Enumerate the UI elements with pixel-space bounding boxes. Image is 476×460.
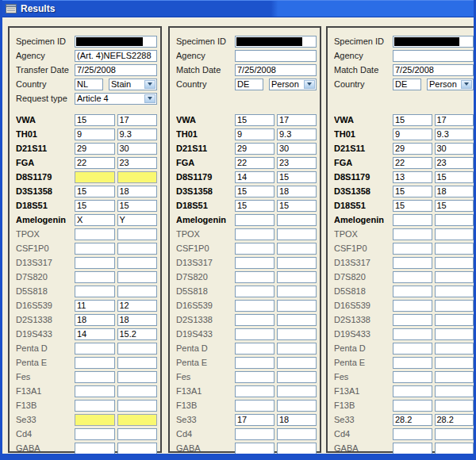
allele-input-2[interactable]: 15 [117, 200, 158, 212]
allele-input-2[interactable] [277, 328, 317, 340]
allele-input-1[interactable] [235, 400, 274, 412]
allele-input-2[interactable]: 15 [435, 171, 474, 183]
allele-input-1[interactable] [393, 400, 432, 412]
transfer-date-input[interactable]: 7/25/2008 [75, 64, 157, 76]
allele-input-2[interactable] [435, 328, 474, 340]
title-bar[interactable]: Results [2, 0, 474, 17]
allele-input-2[interactable]: 17 [117, 114, 158, 126]
allele-input-1[interactable] [75, 443, 115, 454]
allele-input-2[interactable]: 18 [117, 314, 158, 326]
allele-input-1[interactable] [235, 243, 274, 255]
allele-input-1[interactable] [75, 286, 115, 297]
allele-input-2[interactable]: 12 [117, 300, 158, 312]
allele-input-2[interactable] [277, 314, 317, 326]
allele-input-1[interactable] [393, 271, 432, 283]
allele-input-2[interactable] [117, 171, 158, 183]
allele-input-2[interactable] [117, 271, 158, 283]
allele-input-1[interactable] [235, 371, 274, 383]
allele-input-2[interactable] [277, 371, 317, 383]
allele-input-2[interactable] [435, 228, 474, 240]
allele-input-2[interactable] [435, 257, 474, 269]
allele-input-1[interactable]: 29 [393, 143, 432, 155]
allele-input-2[interactable] [117, 343, 158, 355]
allele-input-2[interactable]: 15.2 [117, 328, 158, 340]
specimen-id-input[interactable] [393, 36, 474, 48]
allele-input-2[interactable] [435, 385, 474, 397]
allele-input-1[interactable] [393, 385, 432, 397]
allele-input-1[interactable] [75, 357, 115, 369]
allele-input-2[interactable] [117, 257, 158, 269]
allele-input-1[interactable]: 9 [393, 128, 432, 140]
allele-input-1[interactable] [235, 428, 274, 440]
allele-input-2[interactable]: 23 [435, 157, 474, 169]
allele-input-1[interactable] [393, 428, 432, 440]
allele-input-1[interactable] [235, 385, 274, 397]
allele-input-1[interactable] [393, 243, 432, 255]
allele-input-1[interactable]: 11 [75, 300, 115, 312]
allele-input-1[interactable] [235, 328, 274, 340]
dropdown-arrow-icon[interactable] [144, 80, 155, 89]
allele-input-1[interactable] [235, 257, 274, 269]
allele-input-1[interactable] [75, 171, 115, 183]
allele-input-2[interactable]: 23 [277, 157, 317, 169]
allele-input-2[interactable] [435, 357, 474, 369]
allele-input-1[interactable]: 15 [393, 114, 432, 126]
allele-input-2[interactable] [117, 443, 158, 454]
allele-input-1[interactable] [393, 443, 432, 454]
allele-input-2[interactable]: Y [117, 214, 158, 226]
allele-input-1[interactable]: 22 [75, 157, 115, 169]
allele-input-2[interactable] [117, 286, 158, 297]
allele-input-2[interactable] [435, 214, 474, 226]
allele-input-2[interactable] [435, 243, 474, 255]
allele-input-2[interactable] [277, 243, 317, 255]
allele-input-1[interactable] [393, 357, 432, 369]
allele-input-1[interactable] [235, 343, 274, 355]
allele-input-2[interactable] [277, 385, 317, 397]
allele-input-2[interactable] [277, 286, 317, 297]
allele-input-2[interactable]: 18 [117, 186, 158, 197]
allele-input-1[interactable]: 22 [393, 157, 432, 169]
allele-input-2[interactable]: 15 [277, 171, 317, 183]
allele-input-1[interactable] [393, 286, 432, 297]
allele-input-2[interactable]: 30 [117, 143, 158, 155]
dropdown-arrow-icon[interactable] [144, 94, 155, 103]
allele-input-2[interactable]: 15 [435, 200, 474, 212]
allele-input-1[interactable]: 15 [75, 200, 115, 212]
allele-input-2[interactable] [117, 428, 158, 440]
allele-input-1[interactable]: 15 [235, 186, 274, 197]
allele-input-2[interactable] [117, 400, 158, 412]
allele-input-2[interactable] [435, 400, 474, 412]
allele-input-2[interactable] [277, 343, 317, 355]
allele-input-2[interactable]: 15 [277, 200, 317, 212]
specimen-id-input[interactable] [75, 36, 157, 48]
allele-input-1[interactable]: 29 [75, 143, 115, 155]
allele-input-2[interactable]: 9.3 [117, 128, 158, 140]
allele-input-1[interactable] [235, 228, 274, 240]
allele-input-1[interactable] [75, 271, 115, 283]
dropdown-arrow-icon[interactable] [461, 80, 472, 89]
allele-input-2[interactable] [277, 443, 317, 454]
request-type-combo[interactable]: Article 4 [75, 93, 157, 105]
country-code-input[interactable]: NL [75, 79, 103, 90]
allele-input-1[interactable] [393, 371, 432, 383]
allele-input-2[interactable]: 30 [435, 143, 474, 155]
allele-input-2[interactable]: 30 [277, 143, 317, 155]
agency-input[interactable]: (Art. 4)NEFLS2288 [75, 50, 157, 62]
allele-input-2[interactable]: 18 [277, 186, 317, 197]
allele-input-1[interactable]: 13 [393, 171, 432, 183]
allele-input-1[interactable]: 17 [235, 414, 274, 426]
allele-input-2[interactable]: 18 [277, 414, 317, 426]
country-type-combo[interactable]: Person [269, 79, 317, 90]
allele-input-2[interactable] [435, 314, 474, 326]
allele-input-2[interactable]: 17 [277, 114, 317, 126]
allele-input-2[interactable]: 28.2 [435, 414, 474, 426]
allele-input-2[interactable] [117, 385, 158, 397]
allele-input-1[interactable] [235, 271, 274, 283]
allele-input-2[interactable] [277, 228, 317, 240]
allele-input-2[interactable] [277, 257, 317, 269]
allele-input-1[interactable]: 28.2 [393, 414, 432, 426]
country-code-input[interactable]: DE [235, 79, 263, 90]
allele-input-1[interactable] [235, 443, 274, 454]
country-type-combo[interactable]: Stain [109, 79, 157, 90]
allele-input-1[interactable] [75, 385, 115, 397]
